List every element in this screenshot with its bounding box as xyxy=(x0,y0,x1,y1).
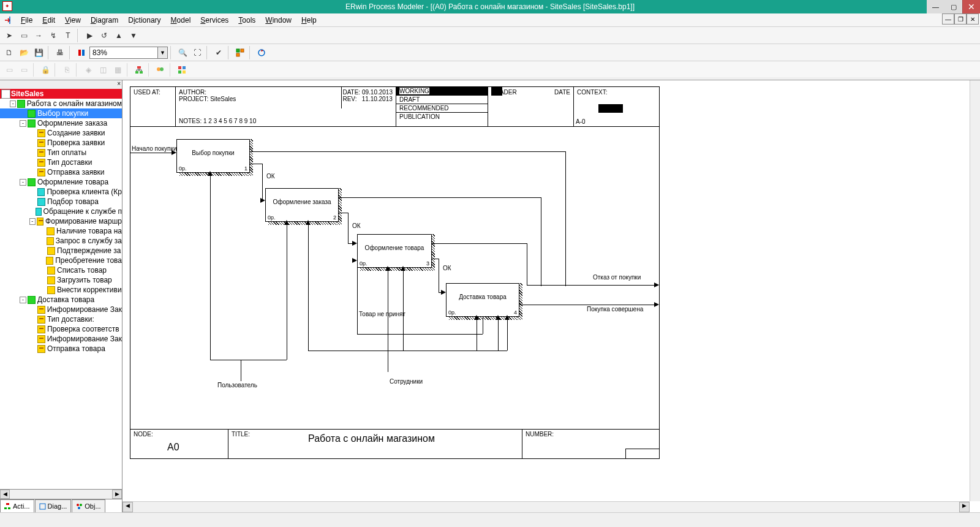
minimize-button[interactable]: — xyxy=(927,0,944,13)
squiggle-tool[interactable]: ↯ xyxy=(47,29,60,42)
text-tool[interactable]: T xyxy=(61,29,75,42)
up-icon[interactable]: ▲ xyxy=(112,29,126,42)
mdi-controls: — ❐ ✕ xyxy=(942,13,979,25)
undo-icon[interactable]: ↺ xyxy=(97,29,111,42)
spellcheck-icon[interactable]: ✔ xyxy=(212,46,225,59)
menu-diagram[interactable]: Diagram xyxy=(86,15,123,26)
svg-rect-1 xyxy=(82,50,85,56)
svg-point-10 xyxy=(160,67,164,71)
org-4: ◈ xyxy=(81,63,95,77)
org-3: ⎘ xyxy=(60,63,74,77)
svg-rect-2 xyxy=(236,49,239,52)
app-icon: ✦ xyxy=(2,1,12,11)
resume-icon[interactable]: ▶ xyxy=(83,29,96,42)
org-7[interactable] xyxy=(132,63,146,77)
roles-icon[interactable] xyxy=(154,63,167,77)
report-icon[interactable] xyxy=(75,46,88,59)
svg-rect-3 xyxy=(241,49,244,52)
lock-icon: 🔒 xyxy=(39,63,52,77)
mdi-close[interactable]: ✕ xyxy=(967,13,979,25)
svg-rect-6 xyxy=(137,66,141,69)
new-icon[interactable]: 🗋 xyxy=(2,46,16,59)
svg-rect-13 xyxy=(178,70,181,74)
org-6: ▦ xyxy=(111,63,124,77)
model-explorer-icon[interactable] xyxy=(233,46,247,59)
menubar: File Edit View Diagram Dictionary Model … xyxy=(0,13,980,27)
svg-rect-7 xyxy=(135,71,138,74)
menu-window[interactable]: Window xyxy=(260,15,296,26)
color-swatch-icon[interactable] xyxy=(175,63,189,77)
svg-rect-11 xyxy=(178,66,181,69)
org-1: ▭ xyxy=(2,63,16,77)
org-5: ◫ xyxy=(96,63,110,77)
toolbar-drawing: ➤ ▭ → ↯ T ▶ ↺ ▲ ▼ xyxy=(0,27,980,44)
zoom-combo[interactable]: ▼ xyxy=(89,47,168,59)
mdi-minimize[interactable]: — xyxy=(942,13,954,25)
zoom-in-icon[interactable]: 🔍 xyxy=(176,46,189,59)
menu-help[interactable]: Help xyxy=(296,15,322,26)
maximize-button[interactable]: ▢ xyxy=(944,0,962,13)
svg-rect-14 xyxy=(183,70,186,74)
menu-view[interactable]: View xyxy=(60,15,86,26)
mdi-restore[interactable]: ❐ xyxy=(954,13,967,25)
open-icon[interactable]: 📂 xyxy=(17,46,31,59)
toolbar-org: ▭ ▭ 🔒 ⎘ ◈ ◫ ▦ xyxy=(0,61,980,78)
activity-tool[interactable]: ▭ xyxy=(17,29,31,42)
menu-services[interactable]: Services xyxy=(195,15,233,26)
menu-file[interactable]: File xyxy=(16,15,37,26)
menu-edit[interactable]: Edit xyxy=(37,15,60,26)
zoom-fit-icon[interactable]: ⛶ xyxy=(190,46,204,59)
pointer-tool[interactable]: ➤ xyxy=(2,29,16,42)
zoom-dropdown-icon[interactable]: ▼ xyxy=(157,47,167,58)
svg-rect-0 xyxy=(78,50,81,56)
toolbar-standard: 🗋 📂 💾 🖶 ▼ 🔍 ⛶ ✔ xyxy=(0,44,980,61)
print-icon[interactable]: 🖶 xyxy=(53,46,67,59)
close-button[interactable]: ✕ xyxy=(962,0,980,13)
app-title: ERwin Process Modeler - [(A0) Работа с о… xyxy=(345,2,635,11)
menu-model[interactable]: Model xyxy=(166,15,196,26)
svg-rect-4 xyxy=(236,53,239,56)
arrow-tool[interactable]: → xyxy=(32,29,45,42)
zoom-input[interactable] xyxy=(90,48,157,57)
svg-rect-12 xyxy=(183,66,186,69)
svg-rect-8 xyxy=(140,71,143,74)
down-icon[interactable]: ▼ xyxy=(127,29,140,42)
refresh-icon[interactable] xyxy=(255,46,268,59)
menu-dictionary[interactable]: Dictionary xyxy=(123,15,165,26)
org-2: ▭ xyxy=(17,63,31,77)
arrow-icon xyxy=(4,15,13,25)
window-controls: — ▢ ✕ xyxy=(927,0,980,13)
titlebar: ✦ ERwin Process Modeler - [(A0) Работа с… xyxy=(0,0,980,13)
save-icon[interactable]: 💾 xyxy=(32,46,45,59)
menu-tools[interactable]: Tools xyxy=(233,15,260,26)
